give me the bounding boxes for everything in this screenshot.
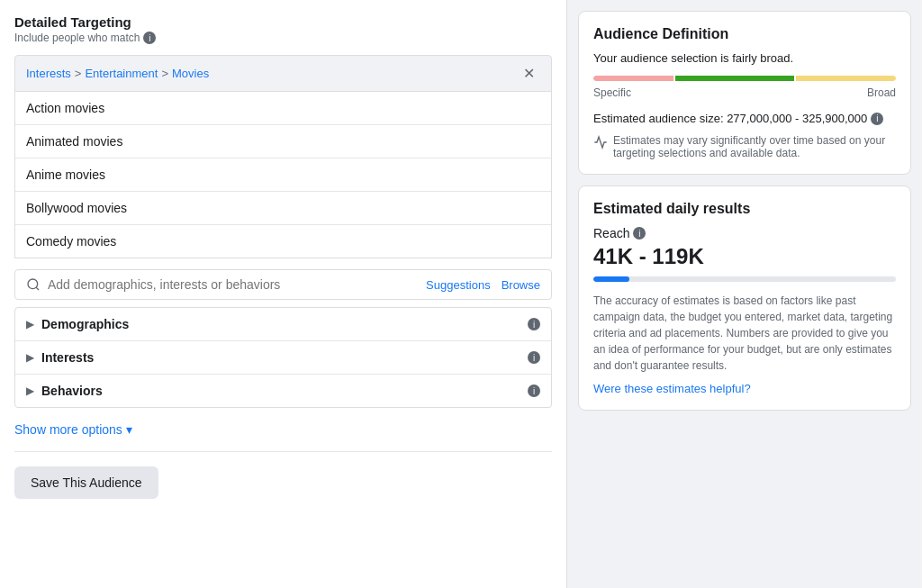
left-panel: Detailed Targeting Include people who ma… (0, 0, 567, 588)
audience-meter (593, 76, 896, 81)
breadcrumb-interests[interactable]: Interests (26, 67, 71, 80)
reach-label: Reach i (593, 226, 896, 240)
browse-button[interactable]: Browse (502, 278, 540, 292)
reach-bar (593, 276, 896, 282)
breadcrumb-sep-2: > (161, 67, 168, 80)
list-item[interactable]: Action movies (15, 92, 551, 125)
estimated-results-card: Estimated daily results Reach i 41K - 11… (578, 185, 911, 411)
show-more-section: Show more options ▾ (14, 422, 552, 437)
breadcrumb-container: Interests > Entertainment > Movies ✕ (14, 55, 552, 92)
interests-label: Interests (41, 350, 528, 365)
targeting-options: ▶ Demographics i ▶ Interests i ▶ Behavio… (14, 307, 552, 408)
subtitle-info-icon[interactable]: i (143, 32, 156, 44)
breadcrumb-entertainment[interactable]: Entertainment (85, 67, 158, 80)
meter-segment-yellow (796, 76, 896, 81)
reach-info-icon[interactable]: i (633, 227, 646, 240)
search-bar: Suggestions Browse (14, 269, 552, 300)
show-more-button[interactable]: Show more options ▾ (14, 422, 132, 437)
accuracy-note: The accuracy of estimates is based on fa… (593, 293, 896, 374)
audience-size: Estimated audience size: 277,000,000 - 3… (593, 112, 896, 125)
breadcrumb-close-button[interactable]: ✕ (518, 63, 540, 84)
meter-segment-green (675, 76, 795, 81)
suggestions-button[interactable]: Suggestions (426, 278, 491, 292)
behaviors-row[interactable]: ▶ Behaviors i (15, 375, 551, 407)
trend-icon (593, 135, 608, 149)
helpful-link[interactable]: Were these estimates helpful? (593, 382, 751, 395)
save-audience-button[interactable]: Save This Audience (14, 466, 158, 499)
right-panel: Audience Definition Your audience select… (567, 0, 922, 588)
list-item[interactable]: Comedy movies (15, 225, 551, 258)
chevron-icon: ▶ (26, 384, 34, 397)
meter-labels: Specific Broad (593, 86, 896, 99)
divider (14, 451, 552, 452)
search-actions: Suggestions Browse (426, 278, 540, 292)
interests-row[interactable]: ▶ Interests i (15, 341, 551, 375)
movie-list: Action movies Animated movies Anime movi… (14, 92, 552, 258)
list-item[interactable]: Bollywood movies (15, 192, 551, 225)
section-subtitle: Include people who match i (14, 32, 552, 44)
search-input[interactable] (48, 277, 419, 292)
section-title: Detailed Targeting (14, 14, 552, 30)
breadcrumb-movies[interactable]: Movies (172, 67, 209, 80)
meter-label-specific: Specific (593, 86, 631, 99)
audience-size-info-icon[interactable]: i (871, 113, 883, 125)
reach-value: 41K - 119K (593, 244, 896, 269)
breadcrumb: Interests > Entertainment > Movies (26, 67, 209, 80)
list-item[interactable]: Animated movies (15, 125, 551, 158)
chevron-icon: ▶ (26, 318, 34, 330)
demographics-info-icon[interactable]: i (528, 318, 540, 330)
search-icon (26, 277, 41, 292)
audience-definition-card: Audience Definition Your audience select… (578, 11, 911, 175)
behaviors-label: Behaviors (41, 384, 528, 398)
svg-point-0 (28, 279, 38, 289)
chevron-down-icon: ▾ (126, 422, 132, 437)
breadcrumb-sep-1: > (75, 67, 82, 80)
demographics-label: Demographics (41, 317, 528, 331)
svg-line-1 (36, 287, 39, 290)
chevron-icon: ▶ (26, 351, 34, 364)
estimated-results-title: Estimated daily results (593, 201, 896, 217)
meter-segment-red (593, 76, 673, 81)
audience-definition-title: Audience Definition (593, 26, 896, 42)
meter-label-broad: Broad (867, 86, 896, 99)
estimates-note: Estimates may vary significantly over ti… (593, 134, 896, 159)
reach-bar-fill (593, 276, 629, 282)
interests-info-icon[interactable]: i (528, 351, 540, 364)
list-item[interactable]: Anime movies (15, 158, 551, 192)
behaviors-info-icon[interactable]: i (528, 384, 540, 397)
demographics-row[interactable]: ▶ Demographics i (15, 308, 551, 341)
audience-description: Your audience selection is fairly broad. (593, 51, 896, 65)
